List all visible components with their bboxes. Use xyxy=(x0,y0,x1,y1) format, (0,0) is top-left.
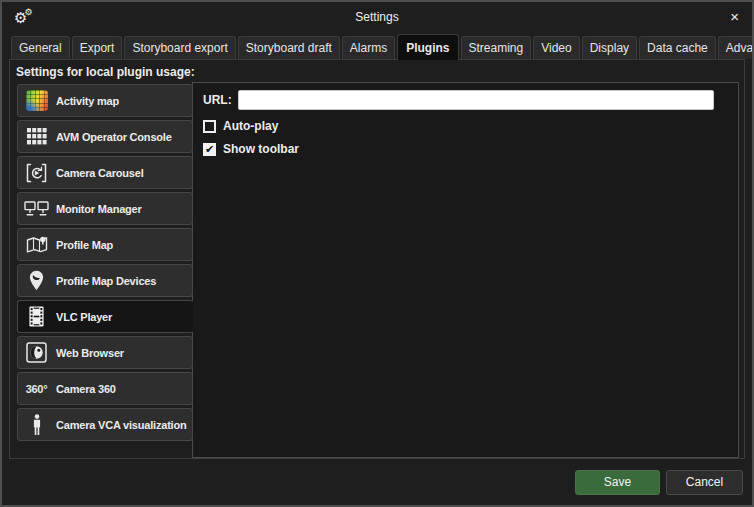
tab-label: Storyboard draft xyxy=(246,41,332,55)
plugin-item-label: Monitor Manager xyxy=(56,203,142,215)
tab-storyboard-export[interactable]: Storyboard export xyxy=(124,36,235,59)
checkbox-label: Auto-play xyxy=(223,119,278,133)
close-icon[interactable]: × xyxy=(730,6,739,27)
plugin-list: Activity map AVM Operator Console Camera… xyxy=(17,82,193,458)
tab-label: Plugins xyxy=(406,41,449,55)
plugin-item-label: Web Browser xyxy=(56,347,124,359)
plugin-item-avm-operator-console[interactable]: AVM Operator Console xyxy=(17,120,193,153)
tab-advanced[interactable]: Advanced xyxy=(718,36,754,59)
tab-strip: GeneralExportStoryboard exportStoryboard… xyxy=(2,32,752,59)
plugin-item-camera-carousel[interactable]: Camera Carousel xyxy=(17,156,193,189)
url-input[interactable] xyxy=(238,90,714,110)
plugin-item-label: AVM Operator Console xyxy=(56,131,172,143)
tab-data-cache[interactable]: Data cache xyxy=(639,36,716,59)
camera-360-icon: 360° xyxy=(23,383,50,395)
plugin-item-activity-map[interactable]: Activity map xyxy=(17,84,193,117)
checkbox[interactable] xyxy=(203,120,216,133)
person-icon xyxy=(23,414,50,436)
checkbox-label: Show toolbar xyxy=(223,142,299,156)
tab-label: Display xyxy=(590,41,629,55)
plugin-item-label: Camera 360 xyxy=(56,383,116,395)
tab-general[interactable]: General xyxy=(11,36,70,59)
tab-label: Streaming xyxy=(469,41,524,55)
tab-plugins[interactable]: Plugins xyxy=(397,34,458,60)
tab-alarms[interactable]: Alarms xyxy=(342,36,395,59)
plugin-item-profile-map-devices[interactable]: Profile Map Devices xyxy=(17,264,193,297)
plugin-item-monitor-manager[interactable]: Monitor Manager xyxy=(17,192,193,225)
url-row: URL: xyxy=(203,90,714,110)
tab-label: Video xyxy=(541,41,571,55)
tab-label: Advanced xyxy=(726,41,754,55)
monitors-icon xyxy=(23,201,50,217)
tab-label: Alarms xyxy=(350,41,387,55)
globe-icon xyxy=(23,342,50,363)
plugin-item-label: Camera VCA visualization xyxy=(56,419,187,431)
tab-video[interactable]: Video xyxy=(533,36,579,59)
camera-carousel-icon xyxy=(23,163,50,183)
page-body: Activity map AVM Operator Console Camera… xyxy=(10,82,744,458)
checkbox-row-auto-play[interactable]: Auto-play xyxy=(203,119,714,133)
plugin-item-label: Profile Map Devices xyxy=(56,275,156,287)
grid-console-icon xyxy=(23,128,50,145)
plugin-item-web-browser[interactable]: Web Browser xyxy=(17,336,193,369)
plugin-item-camera-360[interactable]: 360° Camera 360 xyxy=(17,372,193,405)
plugin-detail-panel: URL: Auto-play Show toolbar xyxy=(192,82,739,458)
plugin-item-camera-vca-visualization[interactable]: Camera VCA visualization xyxy=(17,408,193,441)
filmstrip-icon xyxy=(23,306,50,327)
activity-map-icon xyxy=(23,90,50,111)
plugin-item-label: VLC Player xyxy=(56,311,112,323)
plugins-page: Settings for local plugin usage: Activit… xyxy=(9,59,745,459)
page-header: Settings for local plugin usage: xyxy=(10,60,744,82)
title-bar: ⚙⚙ Settings × xyxy=(2,2,752,32)
url-label: URL: xyxy=(203,93,232,107)
settings-dialog: ⚙⚙ Settings × GeneralExportStoryboard ex… xyxy=(0,0,754,507)
map-pin-icon xyxy=(23,270,50,291)
tab-export[interactable]: Export xyxy=(72,36,123,59)
dialog-footer: Save Cancel xyxy=(2,459,752,505)
plugin-item-profile-map[interactable]: Profile Map xyxy=(17,228,193,261)
cancel-button[interactable]: Cancel xyxy=(666,470,743,495)
checkbox-list: Auto-play Show toolbar xyxy=(203,119,714,156)
tab-label: Storyboard export xyxy=(132,41,227,55)
tab-storyboard-draft[interactable]: Storyboard draft xyxy=(238,36,340,59)
tab-streaming[interactable]: Streaming xyxy=(461,36,532,59)
window-title: Settings xyxy=(2,10,752,24)
tab-label: Export xyxy=(80,41,115,55)
tab-label: Data cache xyxy=(647,41,708,55)
tab-display[interactable]: Display xyxy=(582,36,637,59)
save-button[interactable]: Save xyxy=(575,470,660,495)
checkbox[interactable] xyxy=(203,143,216,156)
plugin-item-vlc-player[interactable]: VLC Player xyxy=(17,300,193,333)
checkbox-row-show-toolbar[interactable]: Show toolbar xyxy=(203,142,714,156)
map-icon xyxy=(23,235,50,255)
plugin-item-label: Profile Map xyxy=(56,239,113,251)
plugin-item-label: Activity map xyxy=(56,95,119,107)
plugin-item-label: Camera Carousel xyxy=(56,167,144,179)
tab-label: General xyxy=(19,41,62,55)
